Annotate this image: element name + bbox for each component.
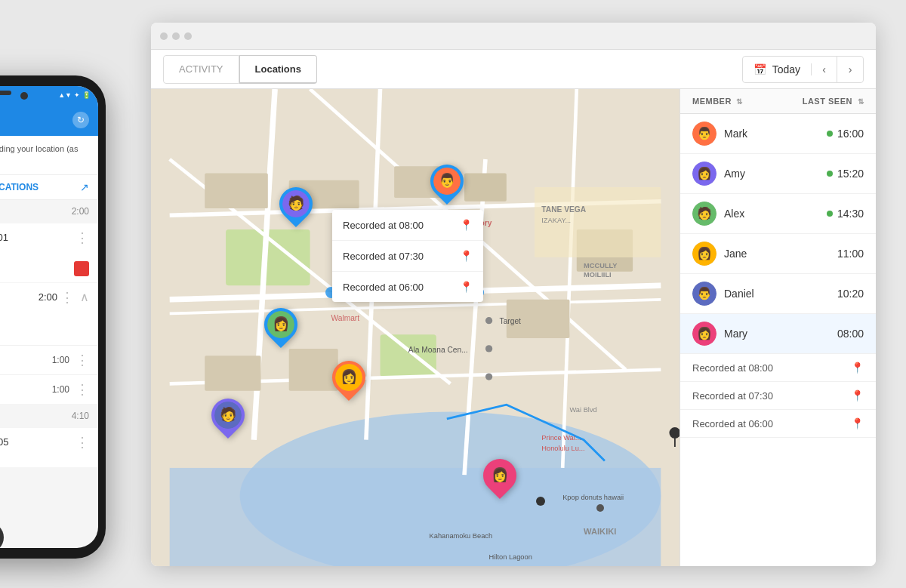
map-pin-7 xyxy=(596,504,604,512)
entry-b-menu-icon[interactable]: ⋮ xyxy=(76,434,89,451)
location-text-3: Recorded at 06:00 xyxy=(692,418,851,429)
map-pin-mary: 👩 xyxy=(483,459,516,492)
date-prev-button[interactable]: ‹ xyxy=(812,56,837,83)
sub-entry-1: 10:30 - 11:30 1:00 ⋮ xyxy=(0,345,98,374)
member-row-mark[interactable]: 👨 Mark 16:00 xyxy=(680,114,876,154)
member-sort-icon: ⇅ xyxy=(736,97,743,106)
phone-toolbar: ☰ Time entries ↻ xyxy=(0,104,98,136)
svg-text:Honolulu Lu...: Honolulu Lu... xyxy=(541,445,584,452)
svg-rect-4 xyxy=(381,334,436,377)
phone-entry-client-b: Client B 2:05 ⋮ Client meeting xyxy=(0,428,98,467)
app-header: ACTIVITY Locations 📅 Today ‹ › xyxy=(151,50,876,89)
member-row-jane[interactable]: 👩 Jane 11:00 xyxy=(680,234,876,274)
app-content: ACTIVITY Locations 📅 Today ‹ › xyxy=(151,50,876,566)
member-name-amy: Amy xyxy=(724,168,827,180)
map-pin-4: 👩 xyxy=(332,361,365,394)
date-next-button[interactable]: › xyxy=(837,56,863,83)
location-pin-icon-1: 📍 xyxy=(851,362,864,374)
phone-friday-section: Fri, 24th May 4:10 xyxy=(0,405,98,427)
svg-text:👩: 👩 xyxy=(492,466,509,483)
popup-label-1: Recorded at 08:00 xyxy=(343,220,424,231)
member-avatar-mary: 👩 xyxy=(692,322,716,346)
member-row-alex[interactable]: 🧑 Alex 14:30 xyxy=(680,194,876,234)
map-pin-bubble-3: 👩 xyxy=(257,301,304,348)
break-sublabel: Lunch xyxy=(0,312,98,324)
map-pin-5: 🧑 xyxy=(211,399,245,432)
svg-text:Walmart: Walmart xyxy=(331,314,359,322)
phone-today-time: 2:00 xyxy=(72,206,89,217)
map-popup-row-2: Recorded at 07:30 📍 xyxy=(332,241,483,272)
svg-text:🧑: 🧑 xyxy=(697,206,712,220)
break-chevron-icon[interactable]: ∧ xyxy=(80,290,89,304)
tab-activity[interactable]: ACTIVITY xyxy=(163,55,239,84)
browser-titlebar xyxy=(151,23,876,50)
location-pin-icon-2: 📍 xyxy=(851,389,864,402)
member-row-amy[interactable]: 👩 Amy 15:20 xyxy=(680,154,876,194)
phone-break-section: Break 2:00 ⋮ ∧ Lunch S 10:30 - 11:30 1:0… xyxy=(0,283,98,404)
svg-text:Kahanamoku Beach: Kahanamoku Beach xyxy=(430,532,493,540)
entry-header-b: Client B 2:05 ⋮ xyxy=(0,434,89,451)
entry-header-a: Client A 0:01 ⋮ xyxy=(0,229,89,246)
phone-speaker xyxy=(0,91,11,95)
popup-pin-icon-2: 📍 xyxy=(460,250,473,262)
member-avatar-alex: 🧑 xyxy=(692,202,716,226)
member-name-mark: Mark xyxy=(724,128,827,140)
entry-a-menu-icon[interactable]: ⋮ xyxy=(76,229,89,246)
map-avatar-mary: 👩 xyxy=(486,462,513,489)
svg-text:MCCULLY: MCCULLY xyxy=(584,262,618,269)
delete-entry-button[interactable] xyxy=(74,261,89,276)
svg-text:Target: Target xyxy=(500,317,522,325)
member-status-amy xyxy=(827,171,833,177)
break-menu-icon[interactable]: ⋮ xyxy=(60,289,74,306)
phone-device: ▲▼✦🔋 ☰ Time entries ↻ ◎ Clockify is curr… xyxy=(0,75,106,559)
location-banner-text: Clockify is currently recording your loc… xyxy=(0,143,89,167)
member-name-daniel: Daniel xyxy=(724,288,837,300)
member-name-mary: Mary xyxy=(724,328,837,340)
member-row-mary[interactable]: 👩 Mary 08:00 xyxy=(680,314,876,354)
map-area: YogurStory Walmart Target Ala Moana Cen.… xyxy=(151,89,680,566)
tab-locations[interactable]: Locations xyxy=(239,55,317,84)
popup-pin-icon-1: 📍 xyxy=(460,219,473,231)
member-row-daniel[interactable]: 👨 Daniel 10:20 xyxy=(680,274,876,314)
recorded-locations-link[interactable]: RECORDED LOCATIONS xyxy=(0,182,39,192)
svg-point-44 xyxy=(485,317,492,324)
map-pin-1: 🧑 xyxy=(279,187,313,220)
refresh-icon[interactable]: ↻ xyxy=(72,112,89,128)
svg-text:👨: 👨 xyxy=(697,286,712,300)
map-popup-row-3: Recorded at 06:00 📍 xyxy=(332,272,483,302)
map-avatar-1: 🧑 xyxy=(282,190,310,217)
svg-text:Prince Wai...: Prince Wai... xyxy=(541,434,581,442)
svg-text:👩: 👩 xyxy=(697,246,712,260)
sub-entry-1-menu[interactable]: ⋮ xyxy=(76,352,89,368)
date-label: 📅 Today xyxy=(743,63,812,75)
browser-dot-green xyxy=(184,32,192,40)
svg-text:🧑: 🧑 xyxy=(220,406,237,423)
map-pin-2: 👨 xyxy=(430,165,464,198)
browser-window: ACTIVITY Locations 📅 Today ‹ › xyxy=(151,23,876,566)
main-area: YogurStory Walmart Target Ala Moana Cen.… xyxy=(151,89,876,566)
svg-text:IZAKAY...: IZAKAY... xyxy=(541,217,571,224)
date-text: Today xyxy=(772,63,800,75)
member-avatar-daniel: 👨 xyxy=(692,282,716,306)
location-row-1: Recorded at 08:00 📍 xyxy=(680,354,876,382)
client-a-tags: S xyxy=(0,261,89,276)
svg-rect-20 xyxy=(289,349,338,391)
col-member-text: MEMBER xyxy=(692,97,732,106)
svg-rect-18 xyxy=(464,174,507,202)
client-a-desc: Working on stuff xyxy=(0,248,89,257)
phone-entry-client-a: Client A 0:01 ⋮ Working on stuff S xyxy=(0,223,98,282)
member-avatar-amy: 👩 xyxy=(692,162,716,186)
phone-screen: ▲▼✦🔋 ☰ Time entries ↻ ◎ Clockify is curr… xyxy=(0,86,98,548)
popup-pin-icon-3: 📍 xyxy=(460,281,473,293)
member-time-amy: 15:20 xyxy=(837,168,864,180)
sub-entry-2-menu[interactable]: ⋮ xyxy=(76,381,89,398)
member-time-alex: 14:30 xyxy=(837,208,864,220)
svg-text:🧑: 🧑 xyxy=(288,195,305,211)
location-pin-icon-3: 📍 xyxy=(851,417,864,429)
external-link-icon[interactable]: ↗ xyxy=(80,181,89,193)
client-a-time: 0:01 xyxy=(0,232,8,243)
map-avatar-3: 👩 xyxy=(267,311,294,338)
phone-outer: ▲▼✦🔋 ☰ Time entries ↻ ◎ Clockify is curr… xyxy=(0,75,106,559)
svg-text:TANE VEGA: TANE VEGA xyxy=(541,205,586,214)
member-time-mark: 16:00 xyxy=(837,128,864,140)
